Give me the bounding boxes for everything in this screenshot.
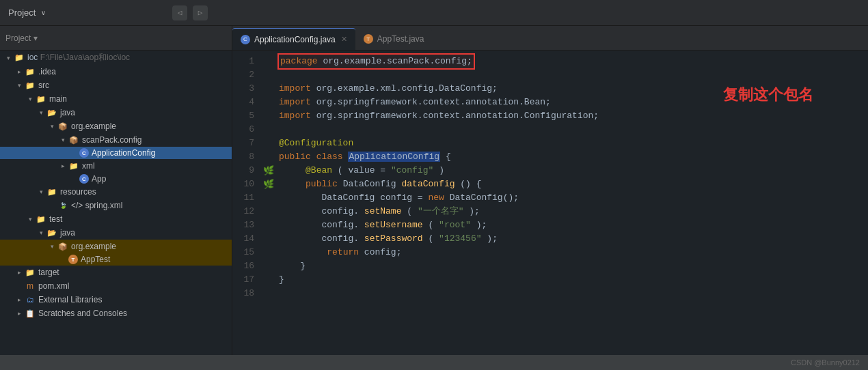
folder-icon: 📁	[36, 94, 46, 104]
code-line-17: }	[279, 273, 868, 287]
tab-close-icon[interactable]: ✕	[341, 35, 347, 44]
code-line-11: DataConfig config = new DataConfig();	[279, 191, 868, 205]
spring-icon: 🍃	[57, 200, 68, 211]
title-bar: Project ∨ ◁ ▷	[0, 0, 868, 26]
tree-item-main[interactable]: ▾ 📁 main	[0, 92, 232, 106]
code-line-16: }	[279, 259, 868, 273]
code-line-3: import org.example.xml.config.DataConfig…	[279, 82, 868, 96]
code-line-6	[279, 123, 868, 137]
class-icon-blue: C	[79, 148, 89, 158]
tree-arrow: ▾	[25, 96, 36, 102]
tree-label: resources	[60, 187, 96, 197]
chevron-down-icon: ∨	[41, 9, 45, 17]
code-line-2	[279, 68, 868, 82]
tree-label: scanPack.config	[82, 135, 141, 145]
tree-item-app-test[interactable]: ▸ T AppTest	[0, 253, 232, 266]
tree-item-org-example[interactable]: ▾ 📦 org.example	[0, 119, 232, 133]
tree-label: xml	[82, 161, 95, 171]
tree-item-java-test[interactable]: ▾ 📂 java	[0, 226, 232, 240]
java-folder-icon: 📂	[46, 107, 57, 118]
class-name-highlight: ApplicationConfig	[348, 152, 440, 162]
tree-item-ioc[interactable]: ▾ 📁 ioc F:\File\Java\aop和ioc\ioc	[0, 51, 232, 65]
tree-arrow: ▸	[14, 269, 25, 276]
tree-item-idea[interactable]: ▸ 📁 .idea	[0, 65, 232, 79]
tree-label: java	[60, 228, 75, 238]
tree-label: target	[38, 268, 59, 277]
tree-item-org-example-test[interactable]: ▾ 📦 org.example	[0, 240, 232, 253]
tree-item-pom[interactable]: ▸ m pom.xml	[0, 279, 232, 293]
project-panel-header: Project ▾	[5, 33, 38, 43]
code-line-10: public DataConfig dataConfig () {	[279, 177, 868, 191]
folder-icon: 📁	[25, 66, 36, 77]
method-gutter-icon[interactable]: 🌿	[263, 179, 274, 190]
code-line-18	[279, 287, 868, 300]
folder-icon: 📁	[46, 186, 57, 197]
code-content[interactable]: package org.example.scanPack.config; imp…	[276, 53, 868, 352]
class-icon-blue: C	[79, 174, 89, 184]
nav-forward-button[interactable]: ▷	[193, 5, 208, 20]
package-declaration-highlight: package org.example.scanPack.config;	[279, 55, 474, 68]
nav-back-button[interactable]: ◁	[172, 5, 187, 20]
tree-item-xml[interactable]: ▸ 📁 xml	[0, 159, 232, 173]
tree-label: </> spring.xml	[71, 201, 122, 210]
folder-icon: 📁	[36, 214, 46, 225]
tree-arrow: ▾	[14, 82, 25, 89]
tree-item-scratches[interactable]: ▸ 📋 Scratches and Consoles	[0, 307, 232, 320]
tree-arrow: ▾	[57, 137, 68, 143]
bottom-bar: CSDN @Bunny0212	[0, 355, 868, 370]
package-icon: 📦	[57, 241, 68, 252]
sidebar[interactable]: ▾ 📁 ioc F:\File\Java\aop和ioc\ioc ▸ 📁 .id…	[0, 51, 232, 355]
tree-label: AppTest	[81, 255, 110, 264]
code-editor[interactable]: 1 2 3 4 5 6 7 8 9 10 11 12 13 14 15 16 1…	[232, 51, 868, 355]
tree-item-src[interactable]: ▾ 📁 src	[0, 79, 232, 92]
tree-item-java-main[interactable]: ▾ 📂 java	[0, 106, 232, 119]
folder-icon: 📁	[14, 53, 25, 63]
tree-arrow: ▸	[14, 296, 25, 303]
title-bar-left: Project ∨	[8, 8, 145, 18]
tabs-container: C ApplicationConfig.java ✕ T AppTest.jav…	[232, 26, 432, 50]
pom-icon: m	[25, 281, 36, 291]
tree-label: .idea	[38, 67, 56, 76]
tree-label: App	[92, 174, 106, 184]
code-line-5: import org.springframework.context.annot…	[279, 109, 868, 123]
title-bar-nav: ◁ ▷	[172, 5, 208, 20]
java-folder-icon: 📂	[46, 227, 57, 238]
tree-arrow: ▾	[25, 216, 36, 223]
tree-item-spring-xml[interactable]: ▸ 🍃 </> spring.xml	[0, 199, 232, 212]
tree-arrow: ▾	[36, 188, 46, 195]
tree-label: test	[49, 214, 62, 224]
package-icon: 📦	[57, 121, 68, 132]
line-numbers: 1 2 3 4 5 6 7 8 9 10 11 12 13 14 15 16 1…	[232, 53, 261, 352]
bean-gutter-icon[interactable]: 🌿	[263, 165, 274, 176]
code-line-12: config. setName ( "一个名字" );	[279, 205, 868, 218]
main-content: ▾ 📁 ioc F:\File\Java\aop和ioc\ioc ▸ 📁 .id…	[0, 51, 868, 355]
tree-label: External Libraries	[38, 295, 102, 304]
tree-item-target[interactable]: ▸ 📁 target	[0, 266, 232, 279]
tab-app-test[interactable]: T AppTest.java	[355, 28, 433, 50]
tree-arrow: ▾	[46, 243, 57, 250]
tab-icon-blue: C	[241, 35, 250, 44]
tab-label: AppTest.java	[377, 34, 424, 44]
tree-label: ioc F:\File\Java\aop和ioc\ioc	[27, 52, 130, 63]
library-icon: 🗂	[25, 294, 36, 305]
gutter: 🌿 🌿	[261, 53, 276, 352]
watermark-text: CSDN @Bunny0212	[791, 358, 860, 367]
tree-label: ApplicationConfig	[92, 148, 155, 158]
tree-label: src	[38, 81, 49, 90]
tree-item-resources[interactable]: ▾ 📁 resources	[0, 185, 232, 199]
tree-item-scanpack-config[interactable]: ▾ 📦 scanPack.config	[0, 133, 232, 147]
project-label: Project	[8, 8, 36, 18]
tree-item-test[interactable]: ▾ 📁 test	[0, 212, 232, 226]
tree-arrow: ▸	[14, 68, 25, 75]
code-line-15: return config;	[279, 246, 868, 259]
tree-item-external-libraries[interactable]: ▸ 🗂 External Libraries	[0, 293, 232, 307]
code-line-8: public class ApplicationConfig {	[279, 150, 868, 164]
tree-label: org.example	[71, 122, 116, 131]
tab-application-config[interactable]: C ApplicationConfig.java ✕	[232, 28, 355, 50]
tree-item-application-config[interactable]: ▸ C ApplicationConfig	[0, 147, 232, 159]
editor-area: 复制这个包名 1 2 3 4 5 6 7 8 9 10 11 12 13 14 …	[232, 51, 868, 355]
tree-item-app[interactable]: ▸ C App	[0, 173, 232, 185]
code-line-9: @Bean ( value = "config" )	[279, 164, 868, 177]
folder-icon: 📁	[25, 267, 36, 278]
tree-arrow: ▾	[36, 109, 46, 116]
